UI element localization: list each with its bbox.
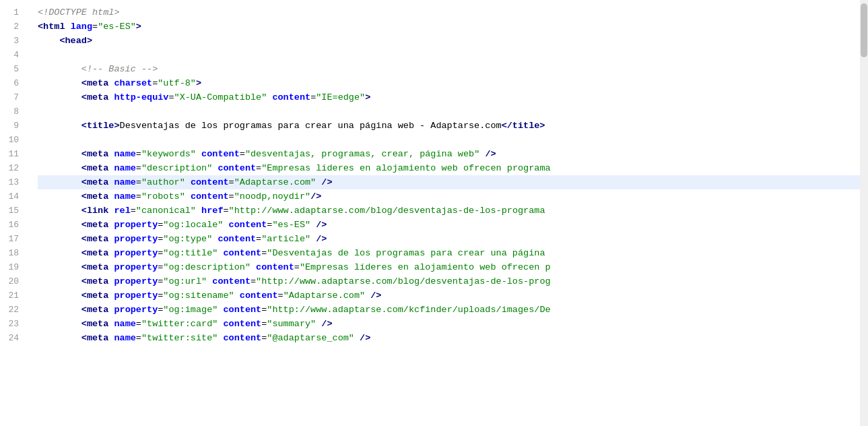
line-number-23: 23 [0, 317, 27, 331]
code-line-6: <meta charset="utf-8"> [38, 76, 860, 90]
line-number-7: 7 [0, 90, 27, 104]
line-number-24: 24 [0, 331, 27, 345]
line-number-5: 5 [0, 62, 27, 76]
line-number-1: 1 [0, 5, 27, 20]
code-line-9: <title>Desventajas de los programas para… [38, 119, 860, 133]
line-number-14: 14 [0, 189, 27, 204]
code-line-24: <meta name="twitter:site" content="@adap… [38, 331, 860, 345]
code-line-22: <meta property="og:image" content="http:… [38, 303, 860, 317]
code-line-5: <!-- Basic --> [38, 62, 860, 76]
line-number-12: 12 [0, 161, 27, 175]
code-line-10 [38, 133, 860, 147]
line-number-8: 8 [0, 104, 27, 119]
code-line-8 [38, 104, 860, 119]
line-number-15: 15 [0, 204, 27, 218]
code-line-23: <meta name="twitter:card" content="summa… [38, 317, 860, 331]
code-line-7: <meta http-equiv="X-UA-Compatible" conte… [38, 90, 860, 104]
code-lines: <!DOCTYPE html><html lang="es-ES"> <head… [27, 0, 860, 426]
line-number-2: 2 [0, 20, 27, 34]
line-numbers: 123456789101112131415161718192021222324 [0, 0, 27, 426]
line-number-9: 9 [0, 119, 27, 133]
line-number-18: 18 [0, 246, 27, 260]
line-number-13: 13 [0, 175, 27, 189]
code-line-18: <meta property="og:title" content="Desve… [38, 246, 860, 260]
code-editor: 123456789101112131415161718192021222324 … [0, 0, 868, 426]
code-content: 123456789101112131415161718192021222324 … [0, 0, 868, 426]
line-number-20: 20 [0, 274, 27, 288]
code-line-16: <meta property="og:locale" content="es-E… [38, 218, 860, 232]
code-line-3: <head> [38, 34, 860, 48]
line-number-19: 19 [0, 260, 27, 274]
code-line-11: <meta name="keywords" content="desventaj… [38, 147, 860, 161]
code-line-1: <!DOCTYPE html> [38, 5, 860, 20]
code-line-17: <meta property="og:type" content="articl… [38, 232, 860, 246]
code-line-21: <meta property="og:sitename" content="Ad… [38, 288, 860, 303]
line-number-11: 11 [0, 147, 27, 161]
line-number-22: 22 [0, 303, 27, 317]
line-number-10: 10 [0, 133, 27, 147]
scrollbar-track[interactable] [860, 0, 868, 426]
code-line-2: <html lang="es-ES"> [38, 20, 860, 34]
line-number-17: 17 [0, 232, 27, 246]
code-line-12: <meta name="description" content="Empres… [38, 161, 860, 175]
code-line-4 [38, 48, 860, 62]
line-number-16: 16 [0, 218, 27, 232]
code-line-15: <link rel="canonical" href="http://www.a… [38, 204, 860, 218]
code-line-19: <meta property="og:description" content=… [38, 260, 860, 274]
line-number-6: 6 [0, 76, 27, 90]
code-line-14: <meta name="robots" content="noodp,noydi… [38, 189, 860, 204]
code-line-13: <meta name="author" content="Adaptarse.c… [38, 175, 860, 189]
line-number-3: 3 [0, 34, 27, 48]
line-number-21: 21 [0, 288, 27, 303]
line-number-4: 4 [0, 48, 27, 62]
scrollbar-thumb[interactable] [861, 3, 867, 57]
code-line-20: <meta property="og:url" content="http://… [38, 274, 860, 288]
